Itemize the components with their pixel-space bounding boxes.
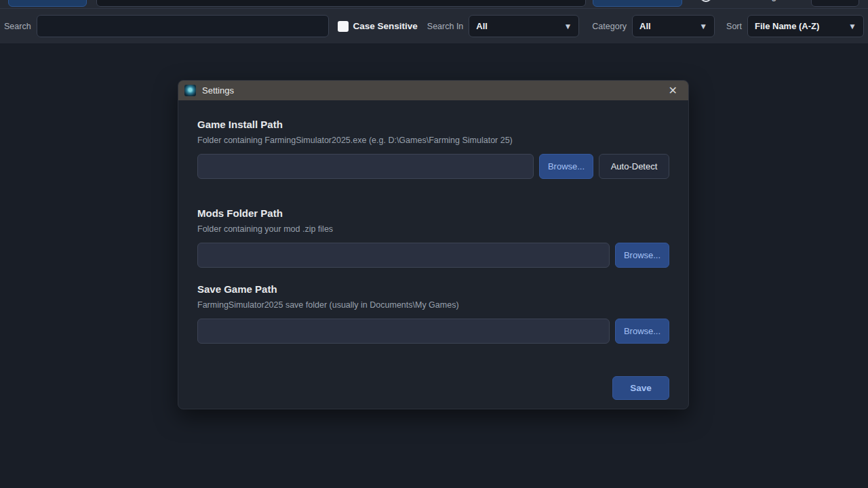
section-description: Folder containing FarmingSimulator2025.e… <box>197 136 669 145</box>
save-button[interactable]: Save <box>612 376 669 400</box>
dialog-footer: Save <box>197 376 669 400</box>
close-icon[interactable]: ✕ <box>664 84 682 98</box>
case-sensitive-label: Case Sensitive <box>353 21 418 31</box>
search-in-select[interactable]: All ▼ <box>469 15 579 37</box>
image-scale-select[interactable]: 100% ▾ <box>811 0 859 7</box>
app-logo-icon <box>184 85 196 96</box>
browse-button[interactable]: Browse... <box>615 319 669 344</box>
main-content: Settings ✕ Game Install Path Folder cont… <box>0 43 868 487</box>
image-scale-value: 100% <box>817 0 839 1</box>
settings-dialog: Settings ✕ Game Install Path Folder cont… <box>178 80 689 409</box>
auto-detect-button[interactable]: Auto-Detect <box>599 154 669 179</box>
section-mods-folder-path: Mods Folder Path Folder containing your … <box>197 207 669 268</box>
search-label: Search <box>4 22 31 31</box>
top-toolbar-row: Select Folder Load Files ‹ Image Scale 1… <box>0 0 868 9</box>
filter-bar: Search Case Sensitive Search In All ▼ Ca… <box>0 9 868 43</box>
dialog-body: Game Install Path Folder containing Farm… <box>178 100 688 400</box>
browse-button[interactable]: Browse... <box>539 154 593 179</box>
search-in-label: Search In <box>427 22 464 31</box>
section-heading: Game Install Path <box>197 119 669 130</box>
section-row: Browse... Auto-Detect <box>197 154 669 179</box>
category-label: Category <box>592 22 627 31</box>
search-in-value: All <box>476 21 488 31</box>
image-scale-label: Image Scale <box>757 0 806 1</box>
section-game-install-path: Game Install Path Folder containing Farm… <box>197 119 669 179</box>
mods-folder-path-input[interactable] <box>197 243 610 268</box>
section-row: Browse... <box>197 319 669 344</box>
top-toolbar: Select Folder Load Files ‹ Image Scale 1… <box>0 0 868 9</box>
sort-value: File Name (A-Z) <box>755 21 819 31</box>
sort-select[interactable]: File Name (A-Z) ▼ <box>747 15 864 37</box>
section-row: Browse... <box>197 243 669 268</box>
section-description: Folder containing your mod .zip files <box>197 224 669 234</box>
game-install-path-input[interactable] <box>197 154 534 179</box>
case-sensitive-checkbox[interactable] <box>338 21 349 32</box>
chevron-down-icon: ▼ <box>848 22 856 31</box>
sort-label: Sort <box>726 22 742 31</box>
dialog-titlebar: Settings ✕ <box>178 81 688 100</box>
section-save-game-path: Save Game Path FarmingSimulator2025 save… <box>197 283 669 344</box>
browse-button[interactable]: Browse... <box>615 243 669 268</box>
save-game-path-input[interactable] <box>197 319 610 344</box>
load-files-button[interactable]: Load Files <box>593 0 682 7</box>
chevron-down-icon: ▼ <box>564 22 572 31</box>
dialog-title: Settings <box>202 85 664 96</box>
section-heading: Save Game Path <box>197 283 669 295</box>
search-input[interactable] <box>37 15 329 37</box>
section-description: FarmingSimulator2025 save folder (usuall… <box>197 300 669 310</box>
select-folder-button[interactable]: Select Folder <box>8 0 87 7</box>
gear-icon[interactable] <box>700 0 712 4</box>
collapse-left-icon[interactable]: ‹ <box>734 0 738 3</box>
category-select[interactable]: All ▼ <box>632 15 715 37</box>
section-heading: Mods Folder Path <box>197 207 669 219</box>
chevron-down-icon: ▼ <box>699 22 707 31</box>
category-value: All <box>639 21 651 31</box>
folder-path-input[interactable] <box>96 0 586 7</box>
